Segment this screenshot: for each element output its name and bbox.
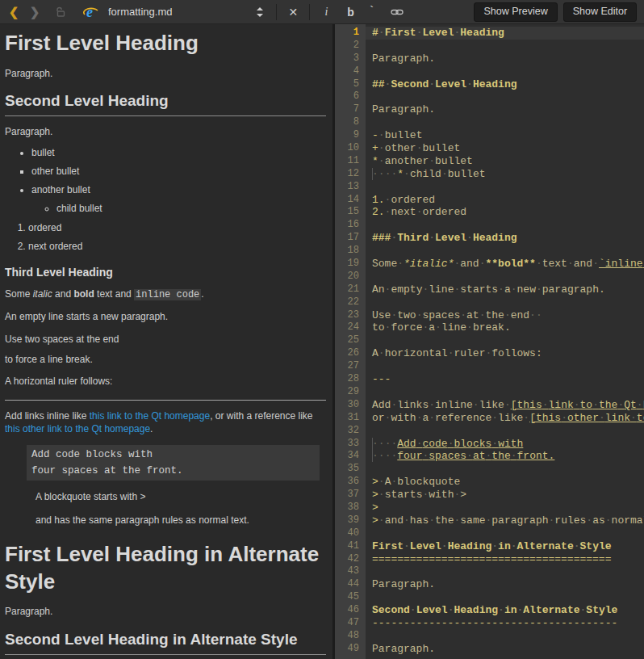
bold-text: bold [73,288,94,300]
line-number: 40 [335,527,366,540]
editor-line[interactable]: 16 [335,219,644,232]
ordered-list: ordered next ordered [5,222,326,252]
editor-line[interactable]: 17###·Third·Level·Heading [335,232,644,245]
bold-icon: b [347,6,354,19]
editor-line[interactable]: 24to·force·a·line·break. [335,321,644,334]
editor-line[interactable]: 22 [335,296,644,309]
line-number: 33 [335,438,366,451]
list-item: other bullet [31,166,326,177]
editor-line-text: Some·*italic*·and·**bold**·text·and·`inl… [366,258,644,271]
text-run: Add links inline like [5,410,90,422]
editor-line[interactable]: 46Second·Level·Heading·in·Alternate·Styl… [335,604,644,617]
editor-line[interactable]: 32 [335,425,644,438]
editor-line-text: ###·Third·Level·Heading [366,232,644,245]
line-number: 30 [335,399,366,412]
editor-line[interactable]: 10+·other·bullet [335,142,644,155]
editor-line[interactable]: 26A·horizontal·ruler·follows: [335,347,644,360]
editor-line[interactable]: 43 [335,565,644,578]
line-number: 45 [335,591,366,604]
editor-line[interactable]: 6 [335,90,644,103]
editor-line[interactable]: 21An·empty·line·starts·a·new·paragraph. [335,283,644,296]
editor-line-text [366,271,644,283]
markdown-preview-pane[interactable]: First Level Heading Paragraph. Second Le… [0,24,332,659]
qt-homepage-link[interactable]: this link to the Qt homepage [90,410,210,422]
code-block: Add code blocks with four spaces at the … [27,445,320,481]
line-number: 8 [335,116,366,129]
line-number: 6 [335,90,366,103]
editor-pane[interactable]: 1#·First·Level·Heading23Paragraph.45##·S… [335,24,644,659]
editor-line[interactable]: 33····Add·code·blocks·with [335,438,644,451]
editor-line[interactable]: 27 [335,360,644,373]
editor-line[interactable]: 20 [335,271,644,283]
editor-line-text [366,463,644,476]
editor-line[interactable]: 42====================================== [335,553,644,566]
list-item: another bullet child bullet [31,184,326,214]
editor-line[interactable]: 44Paragraph. [335,578,644,591]
editor-line[interactable]: 49Paragraph. [335,643,644,656]
editor-line[interactable]: 9-·bullet [335,129,644,142]
swap-views-button[interactable]: Swap Views [641,3,644,21]
editor-line[interactable]: 141.·ordered [335,194,644,207]
editor-line-text: ····four·spaces·at·the·front. [366,450,644,463]
editor-line-text: Paragraph. [366,578,644,591]
qt-homepage-reference-link[interactable]: this other link to the Qt homepage [5,423,150,434]
editor-line[interactable]: 12····*·child·bullet [335,168,644,181]
editor-line[interactable]: 30Add·links·inline·like·[this·link·to·th… [335,399,644,412]
links-paragraph: Add links inline like this link to the Q… [5,409,326,435]
editor-line[interactable]: 29 [335,386,644,399]
editor-line[interactable]: 5##·Second·Level·Heading [335,78,644,91]
show-preview-button[interactable]: Show Preview [474,2,557,22]
editor-line[interactable]: 2 [335,40,644,52]
child-bullet-list: child bullet [31,203,326,214]
editor-line[interactable]: 19Some·*italic*·and·**bold**·text·and·`i… [335,258,644,271]
editor-line[interactable]: 23Use·two·spaces·at·the·end·· [335,309,644,322]
backtick-icon: ` [368,5,375,19]
line-number: 5 [335,78,366,91]
editor-line[interactable]: 25 [335,334,644,347]
editor-line[interactable]: 48 [335,630,644,643]
link-button[interactable] [387,2,408,23]
editor-line[interactable]: 41First·Level·Heading·in·Alternate·Style [335,540,644,553]
editor-line[interactable]: 152.·next·ordered [335,206,644,219]
editor-line[interactable]: 45 [335,591,644,604]
font-size-button[interactable] [249,2,270,23]
editor-line[interactable]: 3Paragraph. [335,52,644,65]
line-number: 15 [335,206,366,219]
line-number: 7 [335,103,366,116]
italic-button[interactable]: i [316,2,337,23]
editor-line[interactable]: 35 [335,463,644,476]
editor-line[interactable]: 37>·starts·with·> [335,489,644,502]
editor-line[interactable]: 36>·A·blockquote [335,476,644,489]
editor-line[interactable]: 11*·another·bullet [335,155,644,168]
editor-line[interactable]: 31or·with·a·reference·like·[this·other·l… [335,412,644,425]
editor-line[interactable]: 47--------------------------------------… [335,617,644,630]
inline-code: inline code [134,289,201,300]
editor-line[interactable]: 1#·First·Level·Heading [335,27,644,40]
browser-e-icon: e [83,4,99,20]
forward-button[interactable]: ❯ [24,2,45,23]
bold-button[interactable]: b [340,2,361,23]
editor-line[interactable]: 28--- [335,373,644,386]
file-type-button[interactable]: e [81,2,102,23]
line-number: 44 [335,578,366,591]
editor-line[interactable]: 38> [335,502,644,514]
editor-line[interactable]: 40 [335,527,644,540]
code-button[interactable]: ` [361,2,382,23]
editor-line[interactable]: 4 [335,65,644,78]
line-number: 47 [335,617,366,630]
editor-line[interactable]: 13 [335,181,644,194]
show-editor-button[interactable]: Show Editor [563,2,637,22]
editor-line[interactable]: 18 [335,245,644,258]
editor-line[interactable]: 39>·and·has·the·same·paragraph·rules·as·… [335,514,644,527]
editor-line-text [366,65,644,78]
editor-line-text: to·force·a·line·break. [366,321,644,334]
line-number: 25 [335,334,366,347]
close-split-button[interactable]: ✕ [282,2,303,23]
back-button[interactable]: ❮ [3,2,24,23]
editor-line[interactable]: 34····four·spaces·at·the·front. [335,450,644,463]
editor-line[interactable]: 8 [335,116,644,129]
line-number: 24 [335,321,366,334]
editor-line[interactable]: 7Paragraph. [335,103,644,116]
svg-text:e: e [86,4,93,20]
lock-button[interactable] [50,2,71,23]
